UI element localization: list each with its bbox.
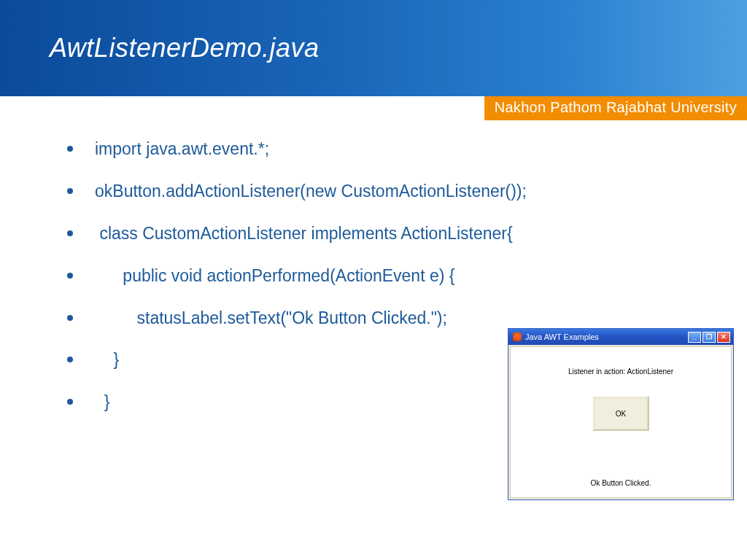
awt-status-label: Ok Button Clicked. bbox=[591, 479, 651, 487]
bullet-icon bbox=[67, 188, 73, 194]
bullet-text: import java.awt.event.*; bbox=[95, 139, 269, 160]
awt-titlebar: Java AWT Examples _ ❐ ✕ bbox=[508, 329, 733, 345]
bullet-icon bbox=[67, 146, 73, 152]
awt-body: Listener in action: ActionListener OK Ok… bbox=[510, 346, 732, 498]
bullet-icon bbox=[67, 357, 73, 362]
bullet-text: statusLabel.setText("Ok Button Clicked."… bbox=[95, 308, 447, 330]
bullet-text: } bbox=[95, 392, 109, 413]
ok-button[interactable]: OK bbox=[592, 396, 649, 431]
bullet-item: import java.awt.event.*; bbox=[67, 139, 696, 160]
awt-window: Java AWT Examples _ ❐ ✕ Listener in acti… bbox=[508, 328, 734, 500]
bullet-icon bbox=[67, 273, 73, 279]
university-badge: Nakhon Pathom Rajabhat University bbox=[484, 96, 747, 120]
bullet-item: statusLabel.setText("Ok Button Clicked."… bbox=[67, 308, 696, 330]
bullet-icon bbox=[67, 230, 73, 236]
awt-label-listener: Listener in action: ActionListener bbox=[568, 368, 673, 376]
awt-title: Java AWT Examples bbox=[525, 332, 686, 341]
bullet-text: public void actionPerformed(ActionEvent … bbox=[95, 265, 454, 287]
close-button[interactable]: ✕ bbox=[717, 332, 730, 343]
bullet-icon bbox=[67, 399, 73, 405]
bullet-item: public void actionPerformed(ActionEvent … bbox=[67, 265, 696, 287]
bullet-text: okButton.addActionListener(new CustomAct… bbox=[95, 181, 527, 203]
bullet-text: } bbox=[95, 349, 119, 371]
slide-title: AwtListenerDemo.java bbox=[50, 33, 320, 63]
bullet-icon bbox=[67, 315, 73, 321]
bullet-text: class CustomActionListener implements Ac… bbox=[95, 223, 513, 245]
slide-header: AwtListenerDemo.java bbox=[0, 0, 747, 96]
java-icon bbox=[513, 332, 522, 341]
minimize-button[interactable]: _ bbox=[688, 332, 701, 343]
bullet-item: class CustomActionListener implements Ac… bbox=[67, 223, 696, 245]
maximize-button[interactable]: ❐ bbox=[703, 332, 716, 343]
bullet-item: okButton.addActionListener(new CustomAct… bbox=[67, 181, 696, 203]
